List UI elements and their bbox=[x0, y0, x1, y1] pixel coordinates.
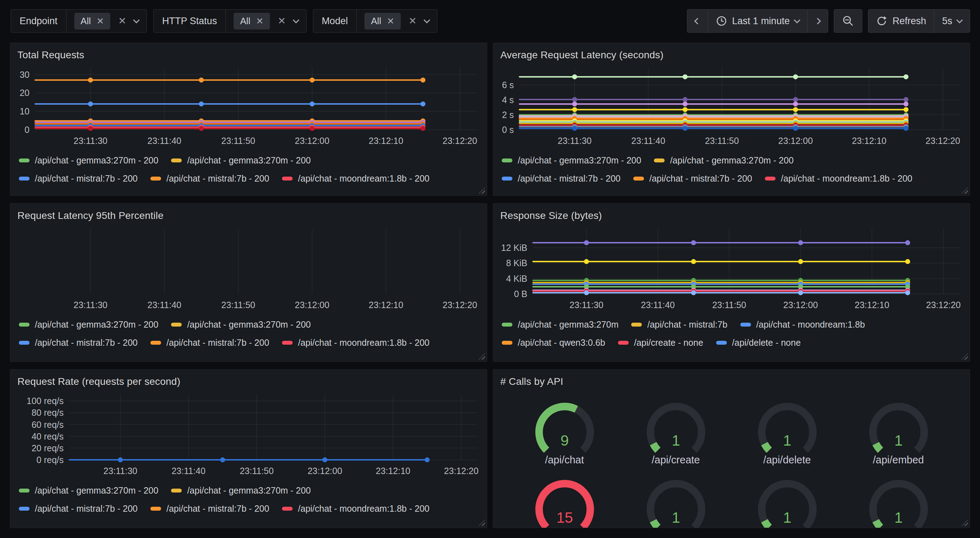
series-point bbox=[572, 107, 577, 112]
legend-row: /api/chat - mistral:7b - 200/api/chat - … bbox=[19, 338, 478, 348]
x-axis-tick-label: 23:12:00 bbox=[778, 136, 813, 146]
legend-label: /api/chat - moondream:1.8b bbox=[756, 319, 865, 330]
legend-item[interactable]: /api/chat - gemma3:270m - 200 bbox=[171, 486, 310, 496]
refresh-button[interactable]: Refresh bbox=[869, 10, 934, 32]
legend-item[interactable]: /api/chat - mistral:7b - 200 bbox=[19, 503, 138, 514]
y-axis-tick-label: 100 req/s bbox=[27, 396, 64, 406]
y-axis-tick-label: 4 KiB bbox=[506, 274, 527, 284]
legend-item[interactable]: /api/chat - mistral:7b bbox=[631, 319, 727, 330]
legend-item[interactable]: /api/chat - mistral:7b - 200 bbox=[150, 173, 269, 184]
panel-resize-handle[interactable] bbox=[479, 519, 485, 526]
time-range-picker[interactable]: Last 1 minute bbox=[708, 10, 807, 32]
legend-item[interactable]: /api/chat - moondream:1.8b - 200 bbox=[282, 173, 430, 184]
close-icon[interactable]: ✕ bbox=[409, 16, 417, 26]
legend-swatch bbox=[282, 341, 293, 345]
total-requests-chart[interactable]: 010203023:11:3023:11:4023:11:5023:12:002… bbox=[15, 65, 482, 149]
panel-title: # Calls by API bbox=[498, 375, 965, 392]
legend-item[interactable]: /api/chat - mistral:7b - 200 bbox=[19, 338, 138, 348]
panel-average-request-latency: Average Request Latency (seconds) 0 s2 s… bbox=[493, 43, 970, 196]
legend-label: /api/chat - gemma3:270m bbox=[518, 319, 618, 330]
filter-selected-chip[interactable]: All✕ bbox=[74, 13, 111, 30]
legend-item[interactable]: /api/chat - gemma3:270m - 200 bbox=[19, 155, 158, 166]
y-axis-tick-label: 2 s bbox=[502, 110, 514, 120]
series-point bbox=[793, 107, 798, 112]
legend-item[interactable]: /api/chat - moondream:1.8b bbox=[740, 319, 865, 330]
x-axis-tick-label: 23:11:30 bbox=[570, 300, 603, 310]
gauge-api-generate[interactable]: 15/api/generate bbox=[509, 478, 620, 528]
legend-item[interactable]: /api/chat - moondream:1.8b - 200 bbox=[765, 173, 912, 184]
filter-value-dropdown[interactable]: All✕✕ bbox=[356, 10, 437, 32]
close-icon[interactable]: ✕ bbox=[118, 16, 126, 26]
gauge-api-chat[interactable]: 9/api/chat bbox=[509, 401, 620, 466]
chevron-down-icon bbox=[956, 17, 963, 23]
close-icon[interactable]: ✕ bbox=[256, 17, 264, 25]
close-icon[interactable]: ✕ bbox=[97, 17, 104, 25]
legend-item[interactable]: /api/chat - gemma3:270m - 200 bbox=[171, 319, 310, 330]
panel-resize-handle[interactable] bbox=[479, 187, 485, 194]
legend-item[interactable]: /api/chat - mistral:7b - 200 bbox=[502, 173, 620, 184]
filter-value-dropdown[interactable]: All✕✕ bbox=[226, 10, 306, 32]
gauge-api-show[interactable]: 1/api/show bbox=[732, 478, 843, 528]
response-size-chart[interactable]: 0 B4 KiB8 KiB12 KiB23:11:3023:11:4023:11… bbox=[498, 225, 965, 313]
x-axis-tick-label: 23:12:20 bbox=[443, 300, 477, 310]
legend-label: /api/chat - mistral:7b - 200 bbox=[35, 338, 138, 348]
x-axis-tick-label: 23:12:00 bbox=[783, 300, 818, 310]
panel-resize-handle[interactable] bbox=[961, 187, 968, 194]
legend-label: /api/chat - gemma3:270m - 200 bbox=[35, 155, 158, 166]
series-point bbox=[683, 102, 688, 106]
legend-item[interactable]: /api/chat - moondream:1.8b - 200 bbox=[282, 503, 430, 514]
filter-value-dropdown[interactable]: All✕✕ bbox=[67, 10, 146, 32]
y-axis-tick-label: 30 bbox=[19, 70, 30, 79]
request-rate-legend: /api/chat - gemma3:270m - 200/api/chat -… bbox=[15, 479, 482, 514]
legend-item[interactable]: /api/chat - mistral:7b - 200 bbox=[150, 503, 269, 514]
gauge-api-embed[interactable]: 1/api/embed bbox=[843, 401, 954, 466]
series-point bbox=[904, 102, 908, 106]
legend-swatch bbox=[716, 341, 727, 345]
latency-p95-chart[interactable]: 23:11:3023:11:4023:11:5023:12:0023:12:10… bbox=[15, 225, 482, 313]
filter-selected-chip[interactable]: All✕ bbox=[234, 13, 270, 30]
legend-item[interactable]: /api/create - none bbox=[618, 338, 703, 348]
legend-item[interactable]: /api/chat - mistral:7b - 200 bbox=[633, 173, 752, 184]
average-latency-chart[interactable]: 0 s2 s4 s6 s23:11:3023:11:4023:11:5023:1… bbox=[498, 65, 965, 149]
average-latency-legend: /api/chat - gemma3:270m - 200/api/chat -… bbox=[498, 149, 965, 184]
gauge-api-delete[interactable]: 1/api/delete bbox=[732, 401, 843, 466]
gauge-api-create[interactable]: 1/api/create bbox=[620, 401, 732, 466]
panel-title: Request Latency 95th Percentile bbox=[15, 209, 482, 225]
time-back-button[interactable] bbox=[687, 10, 708, 32]
legend-row: /api/chat - gemma3:270m - 200/api/chat -… bbox=[19, 319, 478, 330]
legend-item[interactable]: /api/chat - qwen3:0.6b bbox=[502, 338, 605, 348]
legend-item[interactable]: /api/delete - none bbox=[716, 338, 801, 348]
panel-resize-handle[interactable] bbox=[479, 353, 485, 360]
panel-resize-handle[interactable] bbox=[961, 353, 968, 360]
series-point bbox=[798, 240, 803, 245]
legend-item[interactable]: /api/chat - gemma3:270m - 200 bbox=[171, 155, 310, 166]
legend-swatch bbox=[150, 177, 161, 181]
series-point bbox=[683, 74, 688, 79]
close-icon[interactable]: ✕ bbox=[387, 17, 395, 25]
x-axis-tick-label: 23:12:10 bbox=[369, 300, 403, 310]
request-rate-chart[interactable]: 0 req/s20 req/s40 req/s60 req/s80 req/s1… bbox=[15, 392, 482, 479]
series-point bbox=[425, 457, 430, 462]
series-point bbox=[584, 259, 589, 264]
time-controls: Last 1 minute bbox=[687, 9, 970, 33]
chevron-down-icon bbox=[794, 17, 800, 23]
gauge-api-tags[interactable]: 1/api/tags bbox=[843, 478, 954, 528]
legend-swatch bbox=[19, 159, 30, 162]
legend-item[interactable]: /api/chat - mistral:7b - 200 bbox=[19, 173, 138, 184]
legend-item[interactable]: /api/chat - gemma3:270m - 200 bbox=[19, 319, 158, 330]
legend-item[interactable]: /api/chat - moondream:1.8b - 200 bbox=[282, 338, 430, 348]
legend-item[interactable]: /api/chat - gemma3:270m - 200 bbox=[502, 155, 641, 166]
legend-item[interactable]: /api/chat - mistral:7b - 200 bbox=[150, 338, 269, 348]
legend-item[interactable]: /api/chat - gemma3:270m - 200 bbox=[654, 155, 793, 166]
series-point bbox=[683, 97, 688, 102]
legend-item[interactable]: /api/chat - gemma3:270m bbox=[502, 319, 618, 330]
zoom-out-button[interactable] bbox=[834, 10, 862, 32]
filter-selected-chip[interactable]: All✕ bbox=[364, 13, 401, 30]
legend-label: /api/chat - gemma3:270m - 200 bbox=[670, 155, 793, 166]
legend-item[interactable]: /api/chat - gemma3:270m - 200 bbox=[19, 486, 158, 496]
close-icon[interactable]: ✕ bbox=[278, 16, 286, 26]
gauge-api-pull[interactable]: 1/api/pull bbox=[620, 478, 732, 528]
x-axis-tick-label: 23:12:00 bbox=[295, 300, 329, 310]
refresh-interval-picker[interactable]: 5s bbox=[934, 10, 970, 32]
time-forward-button[interactable] bbox=[807, 10, 828, 32]
